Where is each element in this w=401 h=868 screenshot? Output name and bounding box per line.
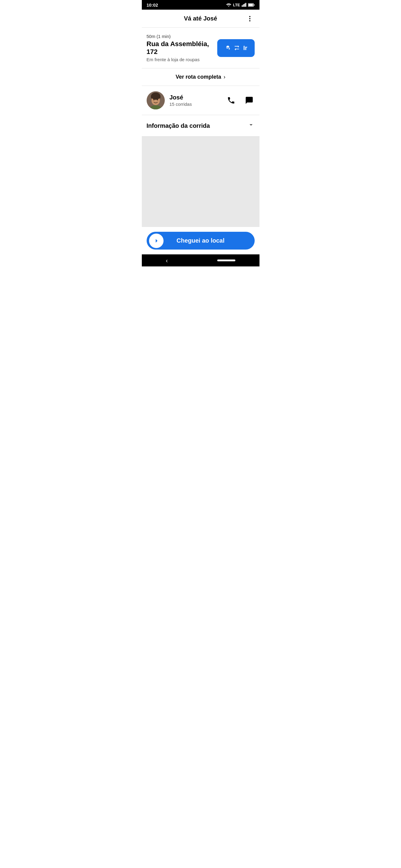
svg-point-13 — [151, 93, 160, 100]
status-bar: 10:02 LTE — [142, 0, 259, 10]
swap-icon — [233, 44, 240, 51]
arrived-button[interactable]: Cheguei ao local — [147, 232, 255, 250]
arrived-button-label: Cheguei ao local — [154, 237, 248, 244]
chevron-down-icon — [248, 121, 255, 130]
svg-point-9 — [249, 20, 251, 22]
svg-rect-0 — [242, 5, 242, 7]
message-button[interactable] — [244, 95, 255, 106]
passenger-info: José 15 corridas — [170, 94, 226, 107]
wifi-icon — [226, 3, 231, 7]
avatar — [147, 91, 165, 110]
lte-label: LTE — [233, 3, 240, 7]
status-time: 10:02 — [147, 2, 158, 7]
chevron-right-icon: › — [224, 74, 225, 80]
info-section-title: Informação da corrida — [147, 122, 210, 129]
svg-rect-6 — [248, 4, 253, 6]
top-nav: Vá até José — [142, 10, 259, 28]
svg-rect-1 — [243, 4, 244, 7]
go-button-label: Ir — [243, 44, 247, 52]
address-duration: 50m (1 min) — [147, 34, 214, 39]
more-options-icon — [246, 15, 254, 22]
map-area — [142, 136, 259, 227]
avatar-image — [147, 91, 165, 110]
passenger-rides: 15 corridas — [170, 101, 226, 107]
svg-point-8 — [249, 18, 251, 19]
battery-icon — [248, 3, 255, 7]
svg-rect-3 — [245, 3, 246, 7]
arrived-button-icon — [149, 234, 164, 248]
expand-icon — [248, 121, 255, 128]
passenger-card: José 15 corridas — [142, 86, 259, 115]
signal-icon — [242, 3, 247, 7]
info-section[interactable]: Informação da corrida — [142, 115, 259, 136]
status-icons: LTE — [226, 3, 255, 7]
back-icon[interactable]: ‹ — [166, 257, 168, 264]
route-link-text: Ver rota completa — [176, 74, 221, 80]
call-button[interactable] — [226, 95, 236, 106]
chat-icon — [245, 96, 254, 104]
route-link[interactable]: Ver rota completa › — [142, 68, 259, 86]
more-options-button[interactable] — [245, 14, 255, 24]
address-info: 50m (1 min) Rua da Assembléia, 172 Em fr… — [147, 34, 214, 62]
svg-rect-5 — [254, 4, 254, 5]
page-title: Vá até José — [184, 15, 217, 22]
svg-point-7 — [249, 16, 251, 17]
home-indicator[interactable] — [217, 259, 235, 261]
passenger-actions — [226, 95, 255, 106]
phone-icon — [227, 96, 235, 104]
passenger-name: José — [170, 94, 226, 101]
go-button[interactable]: Ir — [217, 39, 254, 57]
address-card: 50m (1 min) Rua da Assembléia, 172 Em fr… — [142, 28, 259, 68]
nav-bar: ‹ — [142, 254, 259, 267]
svg-point-14 — [153, 99, 154, 100]
svg-point-15 — [157, 99, 158, 100]
bottom-bar: Cheguei ao local — [142, 227, 259, 254]
address-hint: Em frente à loja de roupas — [147, 57, 214, 62]
svg-rect-2 — [244, 4, 245, 7]
navigation-icon — [225, 44, 231, 51]
chevron-right-icon — [153, 237, 160, 244]
address-street: Rua da Assembléia, 172 — [147, 40, 214, 56]
